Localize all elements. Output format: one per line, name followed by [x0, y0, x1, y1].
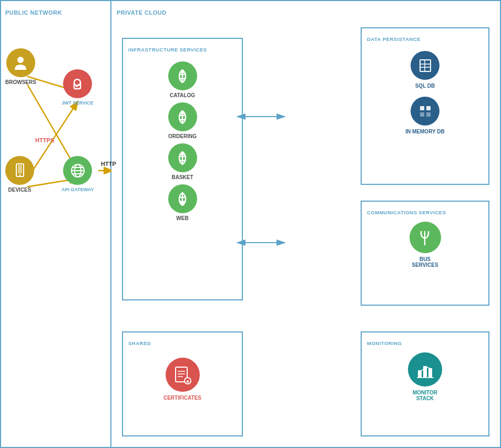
- svg-rect-7: [18, 165, 22, 173]
- monitor-stack-icon: [408, 352, 442, 387]
- svg-rect-28: [426, 112, 431, 117]
- ordering-label: ORDERING: [168, 133, 197, 139]
- data-persistence-box: DATA PERSISTANCE SQL DB: [361, 27, 489, 185]
- comms-services-label: COMMUNICATIONS SERVICES: [367, 210, 446, 215]
- https-text: HTTPS: [35, 135, 54, 144]
- sql-db-item: SQL DB: [367, 51, 483, 89]
- monitor-stack-item: MONITOR STACK: [367, 352, 483, 401]
- public-network-section: PUBLIC NETWORK: [1, 1, 111, 447]
- web-icon: [168, 184, 197, 213]
- svg-rect-26: [426, 106, 431, 110]
- catalog-item: CATALOG: [128, 61, 237, 98]
- sql-db-icon: [411, 51, 439, 80]
- monitoring-label: MONITORING: [367, 340, 402, 346]
- catalog-icon: [168, 61, 197, 90]
- in-memory-db-label: IN MEMORY DB: [405, 129, 444, 134]
- in-memory-db-item: IN MEMORY DB: [367, 97, 483, 134]
- devices-icon: [5, 156, 34, 185]
- devices-node: DEVICES: [5, 156, 34, 193]
- basket-label: BASKET: [171, 174, 193, 180]
- svg-point-5: [17, 57, 24, 63]
- monitoring-box: MONITORING MONITOR STACK: [361, 331, 489, 436]
- certificates-label: CERTIFICATES: [163, 395, 201, 401]
- catalog-label: CATALOG: [170, 92, 195, 98]
- data-persistence-label: DATA PERSISTANCE: [367, 36, 421, 42]
- bus-services-icon: [410, 222, 441, 253]
- sql-db-label: SQL DB: [415, 83, 435, 89]
- public-network-label: PUBLIC NETWORK: [5, 9, 62, 16]
- api-gateway-node: API GATEWAY: [62, 156, 94, 192]
- main-diagram: PUBLIC NETWORK: [0, 0, 501, 448]
- web-label: WEB: [176, 215, 188, 221]
- svg-rect-25: [420, 106, 424, 110]
- svg-rect-27: [420, 112, 424, 117]
- svg-point-8: [19, 174, 21, 175]
- private-cloud-section: PRIVATE CLOUD: [111, 1, 500, 447]
- jwt-icon: [63, 69, 92, 98]
- certificates-icon: [166, 358, 200, 392]
- ordering-icon: [168, 102, 197, 131]
- browsers-icon: [6, 48, 35, 77]
- bus-services-item: BUS SERVICES: [367, 222, 483, 268]
- infra-services-box: INFRASTRUCTURE SERVICES CATALOG: [122, 38, 243, 300]
- comms-services-box: COMMUNICATIONS SERVICES BUS SERVICES: [361, 201, 489, 306]
- api-gateway-label: API GATEWAY: [62, 187, 94, 192]
- certificates-item: CERTIFICATES: [128, 358, 237, 401]
- jwt-service-node: JWT SERVICE: [62, 69, 94, 106]
- basket-item: BASKET: [128, 143, 237, 180]
- infra-services-label: INFRASTRUCTURE SERVICES: [128, 47, 207, 53]
- ordering-item: ORDERING: [128, 102, 237, 139]
- svg-rect-21: [420, 60, 431, 71]
- browsers-label: BROWSERS: [5, 79, 36, 85]
- svg-rect-39: [428, 368, 432, 378]
- browsers-node: BROWSERS: [5, 48, 36, 85]
- basket-icon: [168, 143, 197, 172]
- shared-label: SHARED: [128, 340, 151, 346]
- api-gateway-icon: [63, 156, 92, 185]
- shared-box: SHARED CERTIFICATES: [122, 331, 243, 436]
- svg-point-9: [74, 79, 80, 86]
- bus-services-label: BUS SERVICES: [412, 256, 438, 268]
- private-cloud-label: PRIVATE CLOUD: [117, 9, 167, 16]
- monitor-stack-label: MONITOR STACK: [413, 390, 437, 401]
- devices-label: DEVICES: [8, 187, 32, 193]
- jwt-service-label: JWT SERVICE: [62, 100, 94, 106]
- in-memory-db-icon: [411, 97, 439, 126]
- web-item: WEB: [128, 184, 237, 221]
